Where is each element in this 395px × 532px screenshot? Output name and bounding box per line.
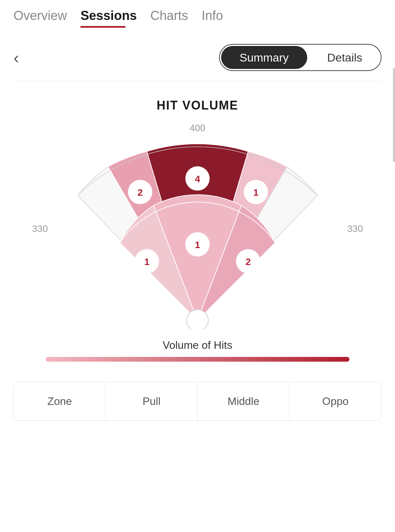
field-diagram: 400 330 330: [29, 123, 366, 332]
summary-details-toggle: Summary Details: [219, 44, 381, 71]
distance-label-330-left: 330: [32, 223, 48, 234]
tab-sessions[interactable]: Sessions: [80, 8, 137, 26]
bottom-tab-middle[interactable]: Middle: [198, 382, 290, 420]
tab-overview[interactable]: Overview: [14, 8, 67, 26]
svg-point-0: [187, 310, 208, 329]
distance-label-400: 400: [190, 123, 206, 134]
header-divider: [14, 81, 381, 81]
bottom-tabs: Zone Pull Middle Oppo: [14, 382, 381, 421]
toggle-details[interactable]: Details: [309, 45, 381, 70]
fan-chart-svg: 2 4 1 1 1 2: [49, 133, 346, 329]
svg-text:1: 1: [144, 257, 150, 267]
nav-tabs: Overview Sessions Charts Info: [0, 0, 395, 34]
header-row: ‹ Summary Details: [0, 34, 395, 78]
toggle-summary[interactable]: Summary: [221, 46, 307, 69]
bottom-tab-oppo[interactable]: Oppo: [290, 382, 381, 420]
volume-label: Volume of Hits: [46, 339, 349, 352]
svg-text:4: 4: [195, 174, 200, 184]
distance-label-330-right: 330: [347, 223, 363, 234]
hit-volume-title: HIT VOLUME: [157, 98, 238, 113]
bottom-tab-zone[interactable]: Zone: [14, 382, 106, 420]
scrollbar[interactable]: [393, 68, 395, 162]
volume-bar: [46, 357, 349, 362]
bottom-tab-pull[interactable]: Pull: [106, 382, 198, 420]
volume-section: Volume of Hits: [46, 339, 349, 362]
svg-text:2: 2: [137, 187, 143, 198]
tab-info[interactable]: Info: [202, 8, 223, 26]
svg-text:1: 1: [195, 240, 200, 250]
svg-text:2: 2: [245, 257, 251, 267]
back-button[interactable]: ‹: [14, 48, 19, 67]
tab-charts[interactable]: Charts: [150, 8, 188, 26]
svg-text:1: 1: [253, 187, 259, 198]
hit-volume-section: HIT VOLUME 400 330 330: [0, 85, 395, 368]
